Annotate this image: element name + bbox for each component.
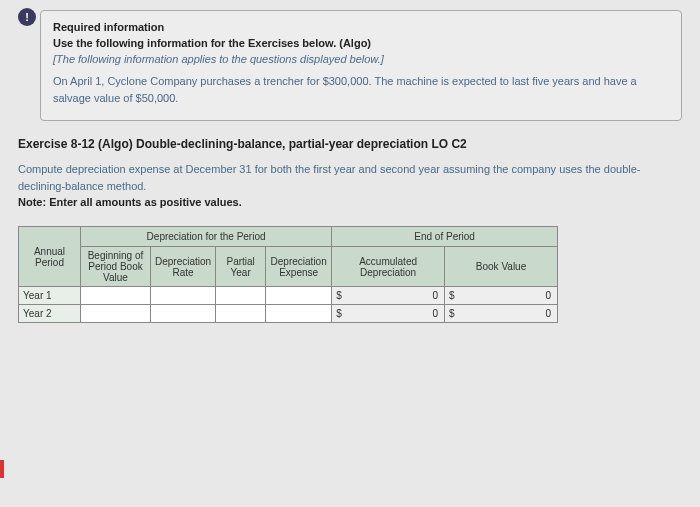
table-row: Year 1 $ 0 $ 0 — [19, 287, 558, 305]
required-subheading: Use the following information for the Ex… — [53, 37, 669, 49]
book-cur-y1: $ — [445, 287, 461, 305]
accum-val-y2: 0 — [348, 305, 445, 323]
group-depreciation-period: Depreciation for the Period — [81, 227, 332, 247]
input-rate-y2[interactable] — [151, 305, 216, 323]
col-partial-year: Partial Year — [216, 247, 266, 287]
exercise-section: Exercise 8-12 (Algo) Double-declining-ba… — [18, 137, 682, 208]
input-partial-y2[interactable] — [216, 305, 266, 323]
required-italic: [The following information applies to th… — [53, 53, 669, 65]
col-depreciation-rate: Depreciation Rate — [151, 247, 216, 287]
required-body: On April 1, Cyclone Company purchases a … — [53, 73, 669, 106]
required-info-box: Required information Use the following i… — [40, 10, 682, 121]
depreciation-table: Annual Period Depreciation for the Perio… — [18, 226, 558, 323]
exercise-note: Note: Enter all amounts as positive valu… — [18, 196, 682, 208]
input-rate-y1[interactable] — [151, 287, 216, 305]
col-book-value: Book Value — [445, 247, 558, 287]
exercise-title: Exercise 8-12 (Algo) Double-declining-ba… — [18, 137, 682, 151]
row-label-year2: Year 2 — [19, 305, 81, 323]
table-row: Year 2 $ 0 $ 0 — [19, 305, 558, 323]
required-heading: Required information — [53, 21, 669, 33]
input-expense-y1[interactable] — [266, 287, 332, 305]
col-accumulated-depreciation: Accumulated Depreciation — [332, 247, 445, 287]
left-red-marker — [0, 460, 4, 478]
col-beginning-book-value: Beginning of Period Book Value — [81, 247, 151, 287]
book-val-y1: 0 — [461, 287, 558, 305]
info-badge: ! — [18, 8, 36, 26]
book-cur-y2: $ — [445, 305, 461, 323]
exercise-body: Compute depreciation expense at December… — [18, 161, 682, 194]
accum-cur-y1: $ — [332, 287, 348, 305]
accum-val-y1: 0 — [348, 287, 445, 305]
group-end-period: End of Period — [332, 227, 558, 247]
input-beg-y1[interactable] — [81, 287, 151, 305]
input-partial-y1[interactable] — [216, 287, 266, 305]
accum-cur-y2: $ — [332, 305, 348, 323]
col-depreciation-expense: Depreciation Expense — [266, 247, 332, 287]
row-label-year1: Year 1 — [19, 287, 81, 305]
input-beg-y2[interactable] — [81, 305, 151, 323]
col-annual-period: Annual Period — [19, 227, 81, 287]
input-expense-y2[interactable] — [266, 305, 332, 323]
book-val-y2: 0 — [461, 305, 558, 323]
